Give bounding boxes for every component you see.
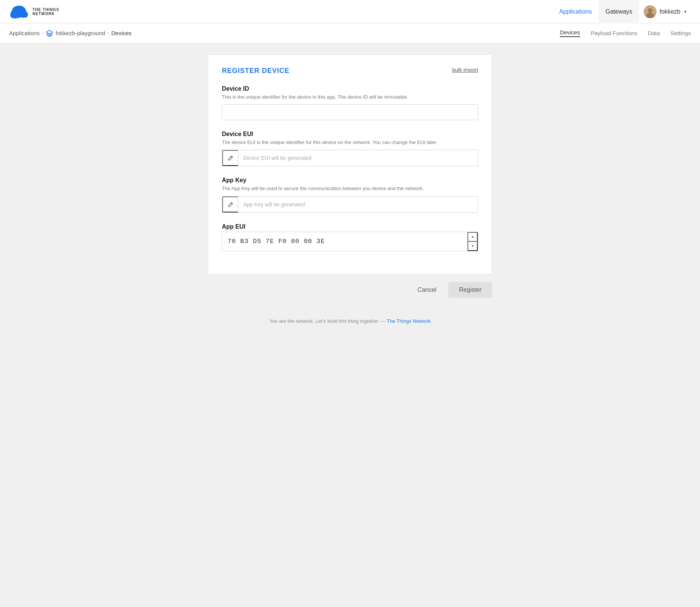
app-key-input-wrapper: App Key will be generated	[222, 196, 478, 213]
card-header: REGISTER DEVICE bulk import	[222, 67, 478, 75]
breadcrumb-sep-2: ›	[107, 30, 109, 36]
device-eui-edit-button[interactable]	[222, 150, 238, 166]
subnav-data-link[interactable]: Data	[648, 30, 660, 36]
app-eui-input[interactable]	[222, 232, 467, 251]
nav-right: Applications Gateways fokkezb ▾	[552, 0, 691, 23]
register-device-card: REGISTER DEVICE bulk import Device ID Th…	[208, 54, 492, 274]
app-eui-section: App EUI ▲ ▼	[222, 223, 478, 251]
footer-ttn-link[interactable]: The Things Network	[387, 318, 431, 324]
device-eui-label: Device EUI	[222, 131, 478, 138]
device-id-desc: This is the unique identifier for the de…	[222, 94, 478, 101]
app-key-placeholder: App Key will be generated	[238, 197, 478, 212]
nav-user[interactable]: fokkezb ▾	[639, 5, 691, 18]
breadcrumb: Applications › fokkezb-playground › Devi…	[9, 29, 132, 37]
device-id-label: Device ID	[222, 85, 478, 92]
footer: You are the network. Let’s build this th…	[0, 309, 700, 333]
action-bar: Cancel Register	[208, 282, 492, 298]
subnav-devices-link[interactable]: Devices	[560, 29, 580, 37]
logo-text: THE THINGS NETWORK	[33, 8, 59, 16]
nav-applications-link[interactable]: Applications	[552, 8, 598, 15]
cancel-button[interactable]: Cancel	[411, 283, 443, 297]
breadcrumb-current: Devices	[112, 30, 132, 36]
username-label: fokkezb	[660, 8, 680, 15]
subnav: Applications › fokkezb-playground › Devi…	[0, 23, 700, 43]
logo[interactable]: THE THINGS NETWORK	[9, 5, 59, 19]
device-eui-desc: The device EUI is the unique identifier …	[222, 139, 478, 146]
app-key-label: App Key	[222, 177, 478, 184]
pencil-icon	[228, 202, 233, 207]
spinner-down-button[interactable]: ▼	[468, 241, 478, 251]
subnav-settings-link[interactable]: Settings	[671, 30, 691, 36]
nav-gateways-link[interactable]: Gateways	[599, 0, 639, 23]
spinner-up-button[interactable]: ▲	[468, 232, 478, 242]
device-id-input[interactable]	[222, 104, 478, 120]
main-content: REGISTER DEVICE bulk import Device ID Th…	[199, 43, 501, 309]
subnav-links: Devices Payload Functions Data Settings	[560, 29, 691, 37]
app-eui-input-wrapper: ▲ ▼	[222, 232, 478, 251]
svg-marker-9	[46, 30, 53, 34]
svg-point-5	[12, 6, 26, 15]
breadcrumb-sep-1: ›	[42, 30, 43, 36]
avatar	[644, 5, 657, 18]
chevron-down-icon: ▾	[684, 9, 686, 14]
ttn-logo-icon	[9, 5, 29, 19]
svg-point-7	[648, 8, 652, 13]
app-icon	[46, 29, 53, 37]
breadcrumb-app[interactable]: fokkezb-playground	[56, 30, 105, 36]
app-key-desc: The App Key will be used to secure the c…	[222, 185, 478, 192]
subnav-payload-link[interactable]: Payload Functions	[591, 30, 637, 36]
footer-text: You are the network. Let’s build this th…	[269, 318, 386, 324]
navbar: THE THINGS NETWORK Applications Gateways…	[0, 0, 700, 23]
app-key-edit-button[interactable]	[222, 197, 238, 212]
app-eui-spinner: ▲ ▼	[467, 232, 478, 251]
device-id-section: Device ID This is the unique identifier …	[222, 85, 478, 120]
bulk-import-link[interactable]: bulk import	[452, 67, 478, 73]
app-eui-label: App EUI	[222, 223, 478, 230]
app-key-section: App Key The App Key will be used to secu…	[222, 177, 478, 212]
register-button[interactable]: Register	[448, 282, 492, 298]
device-eui-placeholder: Device EUI will be generated	[238, 150, 478, 166]
device-eui-section: Device EUI The device EUI is the unique …	[222, 131, 478, 166]
pencil-icon	[228, 155, 233, 161]
device-eui-input-wrapper: Device EUI will be generated	[222, 150, 478, 166]
layers-icon	[46, 29, 53, 37]
breadcrumb-applications[interactable]: Applications	[9, 30, 40, 36]
card-title: REGISTER DEVICE	[222, 67, 290, 75]
avatar-image	[644, 5, 657, 18]
